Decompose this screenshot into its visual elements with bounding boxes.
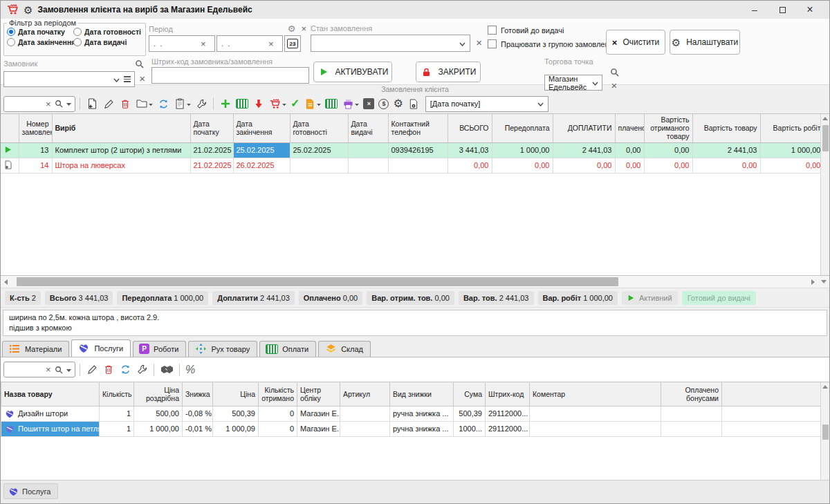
period-clear-icon[interactable]: × [301,24,306,33]
cell-discount[interactable]: -0,01 % [183,421,213,436]
col-qty-received[interactable]: Кількість отримано [259,382,297,406]
col-phone[interactable]: Контактний телефон [388,114,448,142]
cell-service-name[interactable]: Дизайн штори [1,406,100,421]
list-select-icon[interactable] [124,76,131,82]
refresh-services-button[interactable] [118,362,133,377]
grid-settings-button[interactable]: ⚙ [391,97,404,111]
barcode-input[interactable] [151,67,309,84]
cell-product[interactable]: Штора на люверсах [52,158,190,173]
clear-filter-button[interactable]: × Очистити [606,30,665,55]
search-icon[interactable] [608,66,620,78]
checkbox-ready-for-issue[interactable]: Готовий до видачі [488,26,613,35]
scroll-left-icon[interactable] [4,279,8,285]
col-product[interactable]: Виріб [52,114,190,142]
maximize-button[interactable] [768,1,796,18]
cell-qty[interactable]: 1 [100,406,134,421]
col-discount[interactable]: Знижка [183,382,213,406]
settings-button[interactable]: ⚙ Налаштувати [670,30,740,55]
orders-horizontal-scrollbar[interactable] [1,276,829,288]
cell-qty[interactable]: 1 [100,421,134,436]
col-goods-cost[interactable]: Вартість товару [692,114,760,142]
cell-date-issue[interactable] [348,142,388,158]
search-icon[interactable] [54,97,64,110]
cell-price[interactable]: 1 000,09 [213,421,259,436]
col-row-icon[interactable] [1,114,19,142]
col-date-start[interactable]: Дата початку [190,114,233,142]
scrollbar-thumb[interactable] [822,424,829,440]
cell-prepaid[interactable]: 1 000,00 [492,142,553,158]
search-clear-icon[interactable]: × [46,100,51,109]
chevron-down-icon[interactable] [459,39,465,48]
add-document-button[interactable] [84,96,100,111]
customer-combobox[interactable] [3,71,135,87]
sort-combobox[interactable]: [Дата початку] [425,96,548,112]
cell-center[interactable]: Магазин Е... [297,421,340,436]
tab-payments[interactable]: Оплати [259,341,316,357]
cell-product[interactable]: Комплект штор (2 штори) з петлями [52,142,190,158]
discount-percent-button[interactable]: % [184,363,196,377]
orders-search-input[interactable] [7,99,43,109]
cell-comment[interactable] [530,421,661,436]
cell-date-start[interactable]: 21.02.2025 [190,158,233,173]
date-to-field[interactable]: × [216,35,283,52]
cell-price[interactable]: 500,39 [213,406,259,421]
store-clear-icon[interactable]: × [611,80,618,91]
scrollbar-thumb[interactable] [822,125,829,151]
tab-works[interactable]: P Роботи [133,341,186,357]
cell-date-start[interactable]: 21.02.2025 [190,142,233,158]
order-row[interactable]: 13 Комплект штор (2 штори) з петлями 21.… [1,142,829,158]
tab-materials[interactable]: Матеріали [2,341,69,357]
confirm-button[interactable]: ✓ [289,97,301,111]
chevron-down-icon[interactable] [66,100,71,108]
folder-button[interactable] [134,96,154,111]
cart-button[interactable] [268,96,288,111]
document-settings-button[interactable] [406,96,421,111]
cell-phone[interactable] [388,158,448,173]
cell-barcode[interactable]: 29112000... [486,421,530,436]
col-works-cost[interactable]: Вартість робіт [760,114,824,142]
date-from-clear-icon[interactable]: × [201,39,206,48]
col-paid-bonus[interactable]: Оплачено бонусами [661,382,722,406]
cell-service-name-selected[interactable]: Пошиття штор на петлях [1,421,100,436]
service-row[interactable]: Дизайн штори 1 500,00 -0,08 % 500,39 0 М… [1,406,823,421]
order-row[interactable]: 14 Штора на люверсах 21.02.2025 26.02.20… [1,158,829,173]
date-to-clear-icon[interactable]: × [268,39,274,48]
col-service-name[interactable]: Назва товару [1,382,100,406]
delete-button[interactable] [118,96,133,111]
col-date-issue[interactable]: Дата видачі [348,114,388,142]
cell-received-cost[interactable]: 0,00 [644,142,692,158]
edit-service-button[interactable] [84,362,100,377]
search-icon[interactable] [54,364,64,376]
col-barcode[interactable]: Штрих-код [486,382,530,406]
col-sum[interactable]: Сума [454,382,486,406]
edit-button[interactable] [101,96,116,111]
tab-warehouse[interactable]: Склад [318,341,371,357]
print-button[interactable] [340,96,360,111]
col-to-pay[interactable]: ДОПЛАТИТИ [553,114,615,142]
col-article[interactable]: Артикул [340,382,390,406]
cell-article[interactable] [340,406,390,421]
services-search-input[interactable] [7,365,43,375]
cell-discount-type[interactable]: ручна знижка ... [390,406,454,421]
col-date-ready[interactable]: Дата готовності [290,114,348,142]
handshake-button[interactable] [158,362,175,377]
cell-works-cost[interactable]: 0,00 [760,158,824,173]
col-comment[interactable]: Коментар [530,382,661,406]
store-combobox[interactable]: Магазин Едельвейс [544,75,602,91]
activate-button[interactable]: АКТИВУВАТИ [313,62,392,82]
cell-date-end-selected[interactable]: 25.02.2025 [233,142,290,158]
cell-works-cost[interactable]: 1 000,00 [760,142,824,158]
scroll-down-icon[interactable] [821,280,827,283]
add-row-button[interactable] [218,96,233,111]
cell-sum[interactable]: 500,39 [454,406,486,421]
document-orange-button[interactable] [302,96,322,111]
scroll-right-icon[interactable] [811,279,815,285]
currency-button[interactable]: $ [377,97,390,111]
chevron-down-icon[interactable] [113,75,120,84]
radio-date-issue[interactable]: Дата видачі [73,38,142,46]
service-row[interactable]: Пошиття штор на петлях 1 1 000,00 -0,01 … [1,421,823,436]
cell-retail[interactable]: 500,00 [134,406,183,421]
order-note[interactable]: ширина по 2,5м. кожна штора , висота 2.9… [3,310,827,336]
cell-order-number[interactable]: 13 [19,142,52,158]
cell-to-pay[interactable]: 2 441,03 [553,142,615,158]
